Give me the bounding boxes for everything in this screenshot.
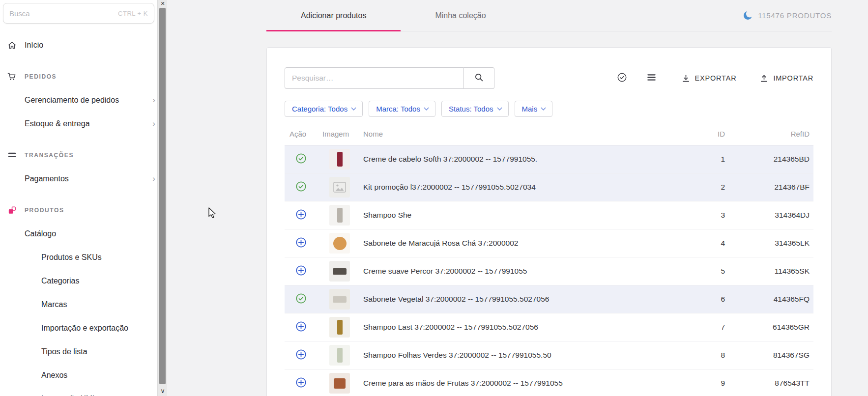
upload-icon	[760, 74, 768, 83]
import-label: IMPORTAR	[773, 74, 813, 82]
add-circle-icon	[295, 349, 307, 362]
product-name: Creme para as mãos de Frutas 37:2000002 …	[363, 379, 671, 388]
product-search-input[interactable]	[285, 67, 463, 89]
filter-chip-mais[interactable]: Mais	[515, 101, 553, 117]
sidebar-search-input[interactable]	[9, 9, 118, 18]
import-button[interactable]: IMPORTAR	[760, 74, 813, 83]
sidebar-item-pagamentos[interactable]: Pagamentos›	[0, 167, 157, 191]
product-thumbnail	[329, 205, 350, 226]
row-added-button[interactable]	[295, 293, 307, 306]
sidebar-item-label: Estoque & entrega	[25, 119, 90, 128]
filter-chip-categoria[interactable]: Categoria: Todos	[285, 101, 363, 117]
products-count-label: 115476 PRODUTOS	[758, 11, 832, 20]
row-add-button[interactable]	[295, 265, 307, 278]
products-card: EXPORTAR IMPORTAR Categoria: TodosMarca:…	[266, 47, 832, 396]
tab-minha-colecao[interactable]: Minha coleção	[401, 0, 520, 31]
sidebar-item-tipos-de-lista[interactable]: Tipos de lista	[0, 340, 157, 364]
chevron-down-icon	[541, 106, 546, 111]
export-label: EXPORTAR	[695, 74, 737, 82]
row-add-button[interactable]	[295, 377, 307, 390]
product-name: Sabonete de Maracujá Rosa Chá 37:2000002	[363, 239, 671, 248]
sidebar-item-label: PEDIDOS	[25, 73, 57, 80]
product-thumbnail	[329, 345, 350, 366]
sidebar-item-produtos: PRODUTOS	[0, 198, 157, 222]
sidebar-item-catalogo[interactable]: Catálogo	[0, 222, 157, 246]
product-name: Sabonete Vegetal 37:2000002 -- 157799105…	[363, 295, 671, 304]
product-thumbnail	[329, 177, 350, 198]
select-all-button[interactable]	[615, 70, 629, 86]
filter-chip-marca[interactable]: Marca: Todos	[369, 101, 435, 117]
col-header-refid: RefID	[725, 130, 813, 138]
product-id: 3	[671, 211, 725, 220]
sidebar-item-label: Início	[25, 41, 43, 50]
chevron-right-icon: ›	[152, 119, 155, 129]
sidebar-item-pedidos: PEDIDOS	[0, 65, 157, 88]
row-added-button[interactable]	[295, 181, 307, 194]
scrollbar-thumb[interactable]	[159, 8, 166, 384]
sidebar-search[interactable]: CTRL + K	[3, 3, 154, 24]
table-row: Shampoo She3314364DJ	[285, 201, 813, 229]
tab-label: Minha coleção	[435, 11, 486, 20]
sidebar-item-inicio[interactable]: Início	[0, 33, 157, 57]
product-id: 9	[671, 379, 725, 388]
filter-chip-status[interactable]: Status: Todos	[441, 101, 509, 117]
content-column: Adicionar produtos Minha coleção 115476 …	[266, 0, 832, 396]
chevron-down-icon	[497, 106, 502, 111]
product-id: 4	[671, 239, 725, 248]
row-add-button[interactable]	[295, 321, 307, 334]
sidebar-item-produtos-e-skus[interactable]: Produtos e SKUs	[0, 246, 157, 269]
product-name: Creme suave Percor 37:2000002 -- 1577991…	[363, 267, 671, 276]
check-circle-icon	[295, 181, 307, 194]
row-add-button[interactable]	[295, 209, 307, 222]
sidebar-item-marcas[interactable]: Marcas	[0, 293, 157, 316]
product-thumbnail	[329, 149, 350, 170]
sidebar-item-importacao-e-exportacao[interactable]: Importação e exportação	[0, 316, 157, 340]
export-button[interactable]: EXPORTAR	[682, 74, 737, 83]
search-icon	[474, 73, 484, 84]
sidebar-item-categorias[interactable]: Categorias	[0, 269, 157, 293]
product-id: 2	[671, 183, 725, 192]
app-window: CTRL + K InícioPEDIDOSGerenciamento de p…	[0, 0, 868, 396]
transactions-icon	[7, 151, 17, 160]
sidebar-item-label: Anexos	[41, 371, 67, 380]
tab-bar: Adicionar produtos Minha coleção 115476 …	[266, 0, 832, 31]
sidebar-search-shortcut: CTRL + K	[118, 10, 148, 17]
product-id: 8	[671, 351, 725, 360]
tab-label: Adicionar produtos	[301, 11, 366, 20]
chevron-down-icon[interactable]: ∨	[158, 388, 168, 394]
sidebar-item-anexos[interactable]: Anexos	[0, 364, 157, 387]
filter-chip-label: Status: Todos	[449, 105, 493, 113]
sidebar: CTRL + K InícioPEDIDOSGerenciamento de p…	[0, 0, 157, 396]
sidebar-item-estoque-entrega[interactable]: Estoque & entrega›	[0, 112, 157, 136]
product-refid: 214367BF	[725, 183, 813, 192]
product-id: 1	[671, 155, 725, 164]
product-thumbnail	[329, 373, 350, 394]
tab-adicionar-produtos[interactable]: Adicionar produtos	[266, 0, 401, 31]
check-circle-icon	[617, 72, 627, 84]
list-icon	[647, 73, 656, 84]
sidebar-item-gerenciamento-de-pedidos[interactable]: Gerenciamento de pedidos›	[0, 88, 157, 112]
sidebar-scrollbar[interactable]: ✕ ∨	[157, 0, 167, 396]
row-add-button[interactable]	[295, 349, 307, 362]
product-thumbnail	[329, 289, 350, 310]
add-circle-icon	[295, 321, 307, 334]
sidebar-item-label: Produtos e SKUs	[41, 253, 102, 262]
close-icon[interactable]: ✕	[158, 1, 168, 6]
products-table: Ação Imagem Nome ID RefID Creme de cabel…	[285, 123, 813, 396]
product-thumbnail	[329, 317, 350, 338]
sidebar-item-label: Categorias	[41, 277, 79, 285]
filters-row: Categoria: TodosMarca: TodosStatus: Todo…	[285, 101, 813, 117]
row-add-button[interactable]	[295, 237, 307, 250]
product-refid: 114365SK	[725, 267, 813, 276]
products-icon	[7, 206, 17, 215]
list-view-button[interactable]	[645, 71, 658, 85]
search-button[interactable]	[463, 67, 494, 89]
col-header-id: ID	[671, 130, 725, 138]
row-added-button[interactable]	[295, 153, 307, 166]
table-row: Shampoo Folhas Verdes 37:2000002 -- 1577…	[285, 341, 813, 369]
product-refid: 314364DJ	[725, 211, 813, 220]
sidebar-item-integracao-xml[interactable]: Integração XML	[0, 387, 157, 396]
table-row: Sabonete de Maracujá Rosa Chá 37:2000002…	[285, 229, 813, 257]
product-name: Kit promoção l37:2000002 -- 1577991055.5…	[363, 183, 671, 192]
product-thumbnail	[329, 261, 350, 282]
